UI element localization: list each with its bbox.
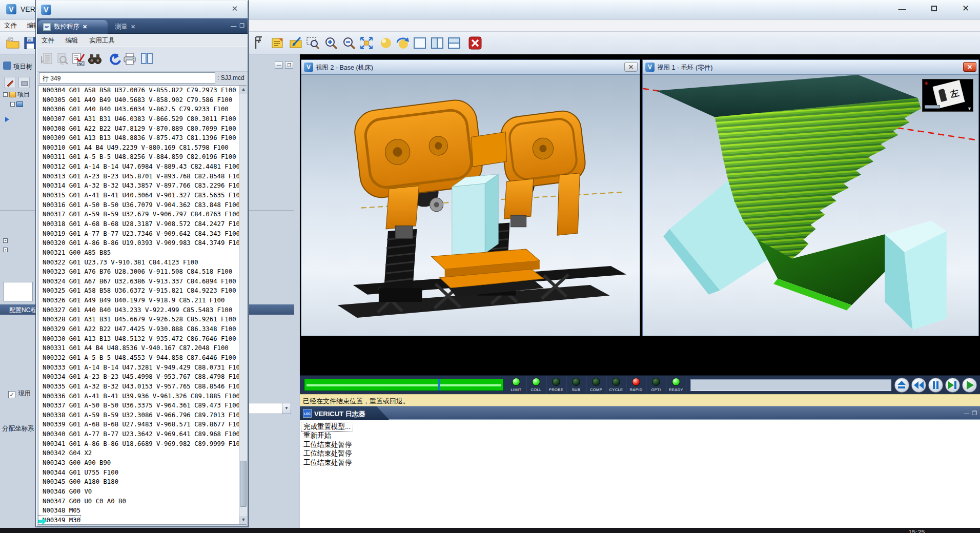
nc-line[interactable]: N00318 G01 A-68 B-68 U28.3187 V-908.572 …	[38, 219, 243, 229]
dialog-menu-utils[interactable]: 实用工具	[85, 37, 119, 44]
panel-listbox[interactable]	[3, 282, 33, 301]
play-button[interactable]	[962, 378, 977, 393]
orientation-slider[interactable]	[925, 105, 940, 109]
single-view-icon[interactable]	[412, 35, 427, 51]
led-ready[interactable]: READY	[666, 377, 686, 394]
log-entry[interactable]: 完成重置模型...	[301, 422, 353, 431]
doc-lines-icon[interactable]	[39, 51, 55, 67]
nc-line[interactable]: N00314 G01 A-32 B-32 U43.3857 V-897.766 …	[38, 181, 243, 191]
tree-node-collapsed-2[interactable]: +	[3, 246, 8, 253]
toolpath-icon[interactable]	[289, 35, 304, 51]
nc-line[interactable]: N00338 G01 A-59 B-59 U32.3086 V-966.796 …	[38, 411, 243, 420]
progress-marker[interactable]	[438, 379, 440, 391]
split-vertical-icon[interactable]	[430, 35, 445, 51]
nc-line[interactable]: N00309 G01 A13 B13 U48.8836 V-875.473 C8…	[38, 133, 236, 143]
viewport-stock-close-icon[interactable]: ✕	[963, 62, 976, 72]
collapse-icon[interactable]: -	[10, 102, 15, 107]
tree-node-collapsed-1[interactable]: +	[3, 237, 8, 244]
led-coll[interactable]: COLL	[526, 377, 546, 394]
active-check-row[interactable]: ✓现用	[8, 389, 31, 398]
reset-button[interactable]	[894, 378, 909, 393]
led-comp[interactable]: COMP	[586, 377, 606, 394]
tree-node-project[interactable]: -项目	[3, 90, 30, 99]
nc-line[interactable]: N00336 G01 A-41 B-41 U39.936 V-961.326 C…	[38, 392, 240, 401]
chevron-down-icon[interactable]: ▼	[282, 403, 291, 414]
nc-line[interactable]: N00335 G01 A-32 B-32 U43.0153 V-957.765 …	[38, 382, 243, 392]
active-checkbox[interactable]: ✓	[8, 391, 15, 398]
fit-view-icon[interactable]	[359, 35, 374, 51]
panel-float-icon[interactable]: ❐	[285, 61, 293, 69]
nc-line[interactable]: N00322 G01 U23.73 V-910.381 C84.4123 F10…	[38, 258, 198, 268]
nc-line[interactable]: N00339 G01 A-68 B-68 U27.9483 V-968.571 …	[38, 420, 243, 429]
tab-close-icon[interactable]: ✕	[83, 24, 87, 30]
zoom-in-icon[interactable]	[323, 35, 339, 51]
collapse-icon[interactable]: -	[3, 92, 8, 97]
dialog-titlebar[interactable]: V ✕	[37, 1, 248, 18]
viewport-machine-titlebar[interactable]: V 视图 2 - Base (机床) ✕	[301, 60, 640, 75]
logger-tab[interactable]: LOG VERICUT 日志器	[300, 406, 390, 420]
zoom-out-icon[interactable]	[341, 35, 357, 51]
logger-body[interactable]: 完成重置模型...重新开始工位结束处暂停工位结束处暂停工位结束处暂停	[300, 421, 980, 528]
nc-line[interactable]: N00329 G01 A22 B22 U47.4425 V-930.888 C8…	[38, 324, 236, 334]
nc-line[interactable]: N00325 G01 A58 B58 U36.6372 V-915.821 C8…	[38, 286, 236, 296]
logger-minimize-icon[interactable]: —	[964, 409, 969, 417]
viewport-machine-close-icon[interactable]: ✕	[624, 62, 638, 72]
led-cycle[interactable]: CYCLE	[606, 377, 626, 394]
nc-line[interactable]: N00304 G01 A58 B58 U37.0076 V-855.822 C7…	[38, 86, 236, 95]
open-folder-icon[interactable]: VC	[5, 35, 21, 51]
chevron-down-icon[interactable]: ▼	[967, 106, 972, 111]
nc-line[interactable]: N00306 G01 A40 B40 U43.6034 V-862.5 C79.…	[38, 105, 229, 114]
stock-3d-view[interactable]: ✳ 左 ▼	[643, 75, 978, 336]
log-entry[interactable]: 工位结束处暂停	[301, 440, 354, 449]
log-entry[interactable]: 工位结束处暂停	[301, 449, 354, 458]
machine-3d-view[interactable]	[301, 75, 640, 336]
panel-minimize-icon[interactable]: —	[275, 61, 283, 69]
maximize-button[interactable]	[924, 2, 944, 15]
split-columns-icon[interactable]	[139, 51, 155, 67]
step-forward-button[interactable]	[945, 378, 960, 393]
close-view-icon[interactable]	[467, 35, 483, 51]
nc-line[interactable]: N00348 M05	[38, 506, 80, 516]
tree-tool-edit-icon[interactable]	[4, 77, 15, 88]
nc-line[interactable]: N00340 G01 A-77 B-77 U23.3642 V-969.641 …	[38, 429, 240, 439]
scrollbar-thumb[interactable]	[240, 461, 247, 507]
nc-line[interactable]: N00321 G00 A85 B85	[38, 248, 111, 258]
dialog-minimize-icon[interactable]: —	[231, 23, 236, 29]
nc-line[interactable]: N00316 G01 A-50 B-50 U36.7079 V-904.362 …	[38, 200, 240, 210]
nc-line[interactable]: N00331 G01 A4 B4 U48.8536 V-940.167 C87.…	[38, 343, 229, 353]
dialog-menu-file[interactable]: 文件	[37, 37, 59, 44]
nc-line[interactable]: N00328 G01 A31 B31 U45.6679 V-926.528 C8…	[38, 315, 236, 324]
nc-line[interactable]: N00326 G01 A49 B49 U40.1979 V-918.9 C85.…	[38, 296, 224, 305]
nc-line[interactable]: N00330 G01 A13 B13 U48.5132 V-935.472 C8…	[38, 334, 236, 344]
nc-line[interactable]: N00312 G01 A-14 B-14 U47.6984 V-889.43 C…	[38, 162, 240, 172]
nc-line[interactable]: N00332 G01 A-5 B-5 U48.4553 V-944.858 C8…	[38, 353, 236, 363]
scroll-up-icon[interactable]: ▲	[239, 86, 248, 94]
nc-line[interactable]: N00346 G00 V0	[38, 487, 92, 497]
view-sphere-icon[interactable]	[378, 35, 394, 51]
nc-line[interactable]: N00319 G01 A-77 B-77 U23.7346 V-909.642 …	[38, 229, 240, 239]
led-sub[interactable]: SUB	[566, 377, 586, 394]
log-entry[interactable]: 重新开始	[301, 431, 333, 440]
nc-line[interactable]: N00345 G00 A180 B180	[38, 477, 118, 487]
nc-line[interactable]: N00323 G01 A76 B76 U28.3006 V-911.508 C8…	[38, 267, 232, 277]
nc-line[interactable]: N00305 G01 A49 B49 U40.5683 V-858.902 C7…	[38, 95, 232, 105]
scroll-down-icon[interactable]: ▼	[239, 516, 248, 524]
split-horizontal-icon[interactable]	[446, 35, 462, 51]
nc-line[interactable]: N00307 G01 A31 B31 U46.0383 V-866.529 C8…	[38, 114, 236, 124]
tab-close-icon[interactable]: ✕	[131, 24, 135, 30]
nc-line[interactable]: N00327 G01 A40 B40 U43.233 V-922.499 C85…	[38, 305, 232, 315]
nc-program-dialog[interactable]: V ✕ NC 数控程序 ✕ 测量 ✕ — ❐ 文件 编辑 实用工具	[36, 0, 249, 527]
minimize-button[interactable]: —	[892, 2, 912, 15]
logger-float-icon[interactable]: ❐	[972, 409, 977, 417]
print-icon[interactable]	[122, 51, 137, 67]
nc-line[interactable]: N00317 G01 A-59 B-59 U32.679 V-906.797 C…	[38, 210, 240, 219]
nc-line[interactable]: N00337 G01 A-50 B-50 U36.3375 V-964.361 …	[38, 401, 240, 411]
nc-line[interactable]: N00311 G01 A-5 B-5 U48.8256 V-884.859 C8…	[38, 152, 236, 162]
nc-scrollbar[interactable]: ▲ ▼	[239, 86, 247, 524]
dialog-menu-edit[interactable]: 编辑	[60, 37, 83, 44]
menu-file[interactable]: 文件	[0, 19, 21, 30]
rotate-view-icon[interactable]	[395, 35, 411, 51]
rewind-button[interactable]	[911, 378, 926, 393]
expand-icon[interactable]: +	[3, 238, 8, 243]
viewport-machine[interactable]: V 视图 2 - Base (机床) ✕	[301, 59, 640, 336]
